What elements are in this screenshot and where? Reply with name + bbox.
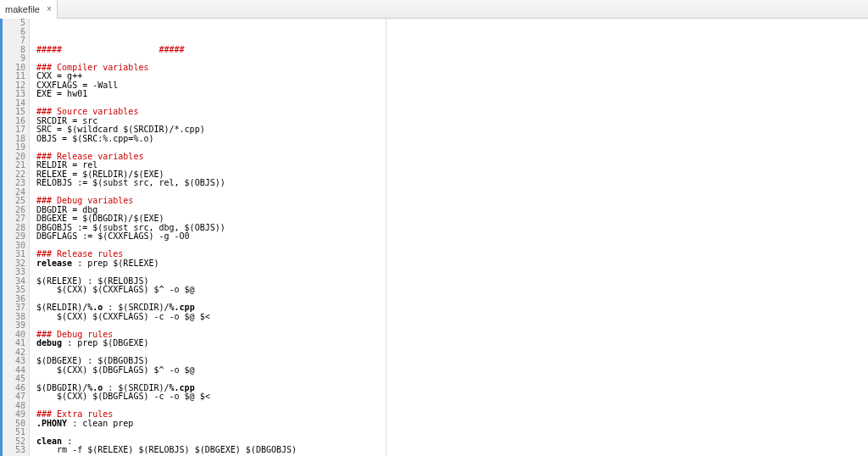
code-line[interactable]: SRC = $(wildcard $(SRCDIR)/*.cpp) [36,125,868,135]
tab-label: makefile [5,4,40,14]
code-line[interactable]: debug : prep $(DBGEXE) [36,339,868,348]
code-line[interactable]: EXE = hw01 [36,90,868,99]
tab-bar: makefile × [0,0,868,19]
line-number: 29 [3,232,25,242]
line-number: 47 [3,392,25,402]
print-margin-line [386,19,387,456]
line-number: 49 [3,410,25,420]
line-number: 21 [3,161,25,170]
code-line[interactable] [36,428,868,437]
line-number: 9 [3,54,25,64]
code-line[interactable]: $(CXX) $(DBGFLAGS) -c -o $@ $< [36,392,868,402]
line-number: 37 [3,303,25,313]
line-number: 19 [3,143,25,153]
line-number: 53 [3,446,25,455]
line-number: 45 [3,375,25,384]
line-number: 15 [3,108,25,117]
line-number: 7 [3,36,25,46]
code-line[interactable] [36,242,868,251]
code-line[interactable] [36,54,868,64]
line-number: 31 [3,250,25,259]
line-number: 17 [3,125,25,135]
code-line[interactable]: ### Source variables [36,108,868,117]
code-line[interactable]: OBJS = $(SRC:%.cpp=%.o) [36,135,868,144]
code-line[interactable]: ### Release variables [36,153,868,162]
line-number: 27 [3,214,25,224]
line-number: 41 [3,339,25,348]
code-line[interactable] [36,321,868,331]
code-line[interactable]: .PHONY : clean prep [36,420,868,429]
code-line[interactable]: CXX = g++ [36,72,868,81]
line-number: 39 [3,321,25,331]
code-line[interactable]: ### Compiler variables [36,64,868,73]
code-line[interactable]: $(CXX) $(CXXFLAGS) $^ -o $@ [36,286,868,295]
code-line[interactable] [36,348,868,358]
code-line[interactable] [36,143,868,153]
code-line[interactable]: $(CXX) $(CXXFLAGS) -c -o $@ $< [36,313,868,322]
line-number: 25 [3,197,25,206]
code-line[interactable] [36,268,868,277]
close-icon[interactable]: × [47,4,52,14]
code-line[interactable]: release : prep $(RELEXE) [36,259,868,269]
code-line[interactable]: ### Release rules [36,250,868,259]
line-number-gutter: 5678910111213141516171819202122232425262… [3,19,30,456]
code-line[interactable]: ### Extra rules [36,410,868,420]
code-line[interactable] [36,402,868,411]
tab-makefile[interactable]: makefile × [0,0,58,19]
code-line[interactable]: CXXFLAGS = -Wall [36,81,868,91]
line-number: 5 [3,19,25,28]
code-line[interactable]: DBGFLAGS := $(CXXFLAGS) -g -O0 [36,232,868,242]
code-line[interactable]: rm -f $(RELEXE) $(RELOBJS) $(DBGEXE) $(D… [36,446,868,455]
code-area[interactable]: ##### ##### ### Compiler variablesCXX = … [30,19,868,456]
line-number: 51 [3,428,25,437]
code-line[interactable]: ### Debug variables [36,197,868,206]
line-number: 11 [3,72,25,81]
editor-container: 5678910111213141516171819202122232425262… [0,19,868,456]
code-line[interactable] [36,188,868,197]
line-number: 23 [3,179,25,188]
line-number: 35 [3,286,25,295]
line-number: 13 [3,90,25,99]
code-line[interactable]: ### Debug rules [36,331,868,340]
code-line[interactable]: RELOBJS := $(subst src, rel, $(OBJS)) [36,179,868,188]
line-number: 43 [3,357,25,366]
code-line[interactable]: ##### ##### [36,46,868,55]
line-number: 33 [3,268,25,277]
code-line[interactable] [36,99,868,108]
code-line[interactable]: $(CXX) $(DBGFLAGS) $^ -o $@ [36,366,868,375]
